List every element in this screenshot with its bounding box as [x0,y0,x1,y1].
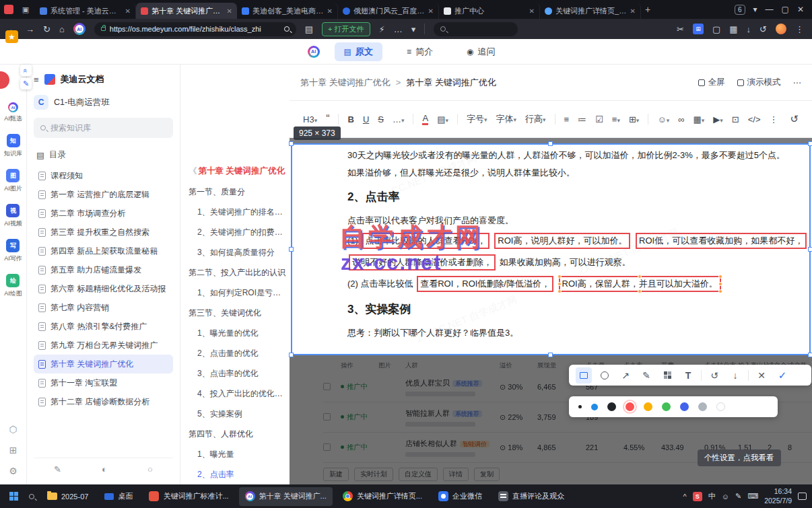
red-annotation-box[interactable]: ROI低，可以查看收藏加购，如果都不好， [636,233,807,249]
rail-item-ai-drawing[interactable]: 绘 AI绘图 [4,274,22,298]
video-icon[interactable]: ▶▾ [713,114,723,124]
toc-item-1[interactable]: 1、关键词推广的排名公式 [189,207,287,218]
copy-button[interactable]: 复制 [474,468,500,481]
class-selector[interactable]: C C1-电商运营班 [34,95,173,110]
premium-value[interactable]: 22% [508,413,522,421]
tab-close-icon[interactable]: ✕ [227,7,232,15]
taskbar-item-wecom[interactable]: 企业微信 [432,487,488,506]
hamburger-icon[interactable]: ≡ [34,75,39,85]
cancel-capture-button[interactable]: ✕ [753,367,770,384]
attachment-icon[interactable]: ⊡ [732,114,739,124]
link-icon[interactable]: ∞ [678,114,684,124]
chevron-down-icon[interactable]: ▾ [411,24,416,34]
toc-item-14-active[interactable]: 2、点击率 [189,469,287,480]
color-yellow[interactable] [644,402,652,411]
image-icon[interactable]: ▦▾ [693,114,704,124]
chapter-item-4[interactable]: 第四章 新品上架获取流量秘籍 [34,242,173,260]
menu-icon[interactable]: ⋮ [795,24,804,34]
selection-handle[interactable] [808,353,812,357]
settings-gear-icon[interactable]: ⚙ [9,466,18,476]
strikethrough-icon[interactable]: S [378,114,384,124]
row-checkbox[interactable] [323,413,331,421]
window-maximize-icon[interactable]: ▢ [782,5,789,14]
rect-tool[interactable] [576,367,592,384]
history-icon[interactable]: ↺ [759,24,767,34]
forward-icon[interactable]: → [26,24,34,34]
font-color-icon[interactable]: A [422,113,428,125]
color-green[interactable] [662,402,671,411]
chapter-item-10-selected[interactable]: 第十章 关键词推广优化 [34,355,173,373]
taskbar-item-folder[interactable]: 2025-07 [41,487,94,506]
more-format-icon[interactable]: …▾ [393,114,405,124]
power-icon[interactable]: ○ [147,464,153,474]
red-annotation-box[interactable]: 说明不好的人群降低溢价或者删除， [349,254,496,270]
toc-item-8[interactable]: 2、点击量的优化 [189,348,287,359]
premium-value[interactable]: 30% [508,383,522,391]
indent-icon[interactable]: ⊞▾ [629,114,639,124]
fullscreen-button[interactable]: 全屏 [698,77,725,88]
selection-handle[interactable] [548,141,553,146]
window-close-icon[interactable]: ✕ [797,5,804,14]
chapter-item-1[interactable]: 第一章 运营推广的底层逻辑 [34,185,173,204]
selection-handle[interactable] [808,247,812,252]
selection-handle[interactable] [808,141,812,146]
heading-select[interactable]: H3▾ [303,114,317,124]
row-checkbox[interactable] [323,383,331,390]
extensions-icon[interactable]: ▦ [729,24,737,34]
pen-tool[interactable]: ✎ [638,367,654,384]
breadcrumb-part-1[interactable]: 第十章 关键词推广优化 [300,77,391,89]
custom-columns-button[interactable]: 自定义值 [399,468,438,481]
outline-icon[interactable]: ⋮ [770,114,778,124]
pinned-app-icon[interactable] [4,5,13,14]
ai-assistant-icon[interactable] [73,23,86,35]
back-chevron-icon[interactable]: 《 [189,166,197,176]
emoji-icon[interactable]: ☺▾ [657,114,669,124]
toc-item-5[interactable]: 1、如何判定ROI是亏是赚 [189,287,287,299]
browser-tab-3[interactable]: 俄翅澳门风云_百度搜索 ✕ [338,3,439,19]
tray-expand-icon[interactable]: ^ [683,493,687,501]
tab-count-badge[interactable]: 6 [735,5,745,15]
chapter-item-6[interactable]: 第六章 标题精细化优化及活动报 [34,279,173,298]
open-file-button[interactable]: + 打开文件 [322,22,370,36]
library-search-input[interactable]: 搜索知识库 [34,118,173,138]
flash-icon[interactable]: ⚡ [379,24,385,34]
new-button[interactable]: 新建 [323,468,349,481]
chapter-item-3[interactable]: 第三章 提升权重之自然搜索 [34,223,173,242]
details-button[interactable]: 详情 [443,468,469,481]
underline-icon[interactable]: U [363,114,369,124]
rail-item-ai-select[interactable]: AI甄选 [4,102,22,123]
more-actions-icon[interactable]: ⋯ [793,77,802,87]
tab-close-icon[interactable]: ✕ [630,7,636,15]
mosaic-tool[interactable] [659,367,675,384]
toc-item-13[interactable]: 1、曝光量 [189,449,287,460]
font-size-select[interactable]: 字号▾ [467,113,487,125]
arrow-tool[interactable]: ↗ [617,367,634,384]
reload-icon[interactable]: ↻ [43,24,50,34]
taskbar-search-icon[interactable] [29,494,34,499]
audience-name[interactable]: 店铺长相似人群 [405,439,457,447]
directory-header[interactable]: ▤ 目录 [34,146,173,164]
selection-handle[interactable] [289,247,294,252]
new-tab-icon[interactable]: + [641,3,654,16]
highlight-icon[interactable]: ▤▾ [437,114,448,124]
reader-icon[interactable]: ▤ [305,24,313,34]
color-gray[interactable] [698,402,707,411]
toc-item-4[interactable]: 第二节、投入产出比的认识 [189,267,287,279]
browser-tab-1[interactable]: 第十章 关键词推广优化 ✕ [136,3,237,19]
address-bar[interactable]: https://os.medeyun.com/file/zhishiku/cla… [94,22,296,36]
toc-item-0[interactable]: 第一节、质量分 [189,186,287,198]
pen-tray-icon[interactable]: ✎ [735,492,741,501]
settings-tooltip[interactable]: 个性设置，点我看看 [698,449,781,466]
tab-ask[interactable]: ◉ 追问 [457,42,504,61]
brush-size-small[interactable] [578,405,582,408]
toc-item-9[interactable]: 3、点击率的优化 [189,368,287,379]
screenshot-app-icon[interactable]: S [693,492,702,501]
code-icon[interactable]: </> [748,114,761,124]
pin-tool-icon[interactable]: ✎ [20,78,32,89]
toc-item-10[interactable]: 4、投入产出比的优化（观察7天/15... [189,388,287,400]
selection-handle[interactable] [289,353,294,357]
audience-name[interactable]: 智能拉新人群 [405,409,450,417]
toc-item-7[interactable]: 1、曝光量的优化 [189,328,287,339]
taskbar-item-keyword-detail[interactable]: 关键词推广详情页... [337,487,428,506]
profile-avatar[interactable] [776,24,786,34]
